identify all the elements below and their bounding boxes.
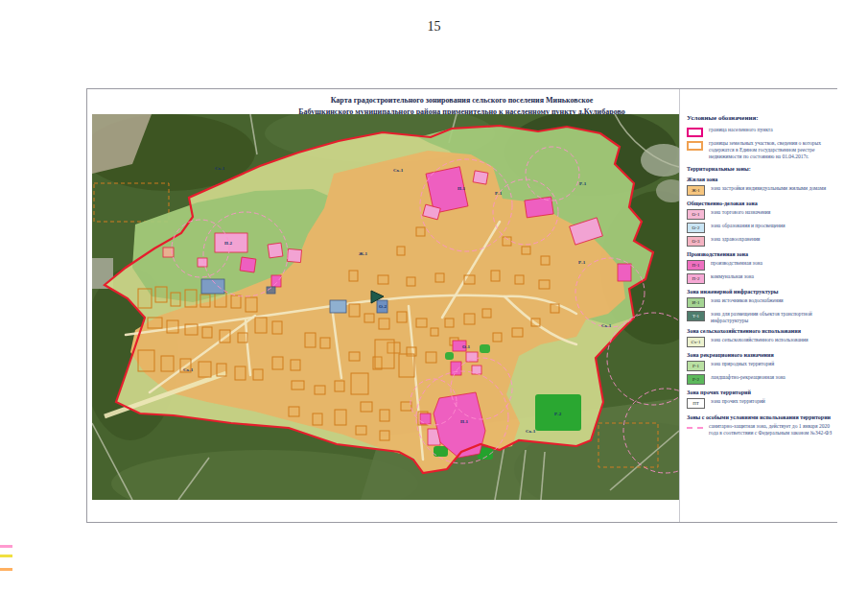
zone-code-label: Сх-1 xyxy=(526,429,536,434)
parcel-outline xyxy=(138,350,154,371)
parcel-outline xyxy=(235,366,246,380)
parcel-outline xyxy=(272,321,282,334)
legend-territorial-title: Территориальные зоны: xyxy=(687,166,833,172)
parcel-outline xyxy=(397,312,407,322)
legend-zone-item: О-1зона торгового назначения xyxy=(687,209,833,220)
zone-badge: Ж-1 xyxy=(687,185,705,196)
magenta-outline-rect xyxy=(687,128,703,137)
zone-code-label: Р-1 xyxy=(495,191,503,196)
zone-code-label: Сх-1 xyxy=(601,323,612,328)
zone-code-label: Р-1 xyxy=(579,181,587,186)
zone-badge: О-3 xyxy=(687,236,705,247)
parcel-outline xyxy=(217,364,226,376)
parcel-outline xyxy=(202,327,212,338)
parcel-outline xyxy=(255,318,267,333)
legend-zone-item: Ж-1зона застройки индивидуальными жилыми… xyxy=(687,185,833,196)
parcel-outline xyxy=(349,304,360,317)
legend-body: граница населенного пунктаграницы земель… xyxy=(687,127,833,437)
parcel-outline xyxy=(407,277,415,286)
legend-item-label: зона торгового назначения xyxy=(711,209,770,216)
parcel-outline xyxy=(335,381,344,391)
industrial-parcel xyxy=(268,243,283,258)
parcel-outline xyxy=(416,319,427,327)
parcel-outline xyxy=(155,287,167,302)
parcel-outline xyxy=(380,410,389,421)
industrial-parcel xyxy=(472,366,481,374)
legend-zone-item: О-3зона здравоохранения xyxy=(687,236,833,247)
industrial-parcel xyxy=(287,248,301,262)
print-mark-orange xyxy=(0,568,12,571)
legend-item-label: коммунальная зона xyxy=(711,273,754,280)
legend-title: Условные обозначения: xyxy=(687,114,833,122)
parcel-outline xyxy=(541,256,550,265)
legend-special-title: Зоны с особыми условиями использования т… xyxy=(687,414,833,420)
scanned-document-page: { "page": { "number": "15" }, "sheet": {… xyxy=(0,0,868,614)
zone-code-label: Р-1 xyxy=(578,260,586,265)
legend-zone-item: ПТзона прочих территорий xyxy=(687,398,833,409)
parcel-outline xyxy=(464,314,475,324)
zone-badge: О-1 xyxy=(687,209,705,220)
parcel-outline xyxy=(375,340,394,368)
legend-item-label: зона образования и просвещения xyxy=(711,223,785,229)
parcel-outline xyxy=(515,275,524,284)
legend-item-label: производственная зона xyxy=(711,260,762,267)
legend-zone-item: П-2коммунальная зона xyxy=(687,273,833,284)
parcel-outline xyxy=(320,338,330,348)
zone-code-label: П-1 xyxy=(460,419,469,424)
zoning-map-svg: Сх-1Сх-1Ж-1П-1Р-1Р-1Р-1П-2О-2О-1Сх-1Сх-1… xyxy=(92,114,679,500)
parcel-outline xyxy=(445,319,454,327)
legend-panel: Условные обозначения: граница населенног… xyxy=(679,89,837,522)
parcel-outline xyxy=(380,431,389,440)
recreation-patch xyxy=(445,352,454,360)
legend-zone-item: Р-2ландшафтно-рекреационная зона xyxy=(687,374,833,385)
page-number: 15 xyxy=(0,19,868,35)
zone-code-label: Сх-1 xyxy=(393,168,404,173)
zone-code-label: О-1 xyxy=(462,344,471,349)
legend-item-label: санитарно-защитная зона, действует до 1 … xyxy=(709,423,833,437)
legend-item-label: зона здравоохранения xyxy=(711,236,760,243)
parcel-outline xyxy=(292,381,304,390)
parcel-outline xyxy=(349,352,360,361)
parcel-outline xyxy=(416,227,425,236)
institution-parcel xyxy=(330,300,346,313)
zone-code-label: П-2 xyxy=(224,241,233,246)
parcel-outline xyxy=(401,402,411,411)
parcel-outline xyxy=(238,333,247,342)
parcel-outline xyxy=(167,320,178,333)
zoning-map: Сх-1Сх-1Ж-1П-1Р-1Р-1Р-1П-2О-2О-1Сх-1Сх-1… xyxy=(92,114,679,500)
parcel-outline xyxy=(231,295,241,308)
legend-group-header: Зона сельскохозяйственного использования xyxy=(687,328,833,334)
parcel-outline xyxy=(378,275,388,284)
legend-special-item: санитарно-защитная зона, действует до 1 … xyxy=(687,423,833,437)
legend-item-label: зона застройки индивидуальными жилыми до… xyxy=(711,185,826,192)
zone-badge: Т-1 xyxy=(687,311,705,321)
parcel-outline xyxy=(539,280,550,289)
parcel-outline xyxy=(138,289,152,308)
parcel-outline xyxy=(305,333,316,347)
zone-code-label: Ж-1 xyxy=(359,251,368,256)
legend-boundary-item: границы земельных участков, сведения о к… xyxy=(687,140,833,160)
legend-group-header: Общественно-деловая зона xyxy=(687,201,833,206)
print-mark-yellow xyxy=(0,555,12,557)
legend-zone-item: Р-1зона природных территорий xyxy=(687,361,833,371)
recreation-patch xyxy=(480,344,490,353)
legend-zone-item: Сх-1зона сельскохозяйственного использов… xyxy=(687,337,833,347)
parcel-outline xyxy=(246,297,257,312)
parcel-outline xyxy=(364,314,374,322)
zone-badge: Сх-1 xyxy=(687,337,705,347)
legend-item-label: зона прочих территорий xyxy=(711,398,765,405)
parcel-outline xyxy=(148,318,162,328)
map-sheet: Карта градостроительного зонирования сел… xyxy=(86,88,837,523)
industrial-parcel xyxy=(525,197,553,218)
legend-item-label: границы земельных участков, сведения о к… xyxy=(709,140,833,160)
legend-item-label: зона природных территорий xyxy=(711,361,774,367)
zone-code-label: О-2 xyxy=(379,304,387,309)
legend-item-label: зона сельскохозяйственного использования xyxy=(711,337,809,343)
zone-code-label: Сх-1 xyxy=(215,166,225,171)
print-mark-pink xyxy=(0,545,12,548)
industrial-parcel xyxy=(473,171,488,184)
parcel-outline xyxy=(435,273,444,282)
parcel-outline xyxy=(289,407,299,416)
parcel-outline xyxy=(185,324,198,335)
legend-item-label: зона для размещения объектов транспортно… xyxy=(711,311,833,324)
